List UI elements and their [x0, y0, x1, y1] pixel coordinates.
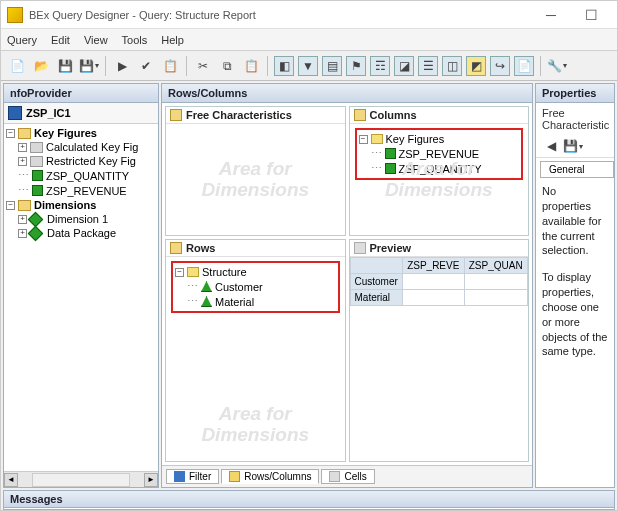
- kf-revenue-label: ZSP_REVENUE: [46, 185, 127, 197]
- copy-icon[interactable]: ⧉: [217, 56, 237, 76]
- col-keyfigures[interactable]: − Key Figures: [359, 132, 520, 146]
- save-dropdown-icon[interactable]: 💾: [79, 56, 99, 76]
- properties-icon[interactable]: 📋: [160, 56, 180, 76]
- menu-tools[interactable]: Tools: [122, 34, 148, 46]
- tree-dim2[interactable]: + Data Package: [6, 226, 156, 240]
- rowscolumns-panel: Rows/Columns Free Characteristics Area f…: [161, 83, 533, 488]
- messages-header: Messages: [4, 491, 614, 508]
- properties-header: Properties: [536, 84, 614, 103]
- collapse-icon[interactable]: −: [175, 268, 184, 277]
- prop-save-icon[interactable]: 💾: [564, 137, 582, 155]
- cube-icon: [8, 106, 22, 120]
- free-char-label: Free Characteristics: [186, 109, 292, 121]
- area-icon: [354, 109, 366, 121]
- filter-icon: [174, 471, 185, 482]
- columns-highlight: − Key Figures ⋯ ZSP_REVENUE ⋯ ZSP: [355, 128, 524, 180]
- free-characteristics-area[interactable]: Free Characteristics Area forDimensions: [165, 106, 346, 236]
- structure-icon: [371, 134, 383, 144]
- expand-icon[interactable]: +: [18, 229, 27, 238]
- rows-area[interactable]: Rows Area forDimensions − Structure ⋯: [165, 239, 346, 462]
- properties-note2: To display properties, choose one or mor…: [536, 264, 614, 365]
- cube-name: ZSP_IC1: [26, 107, 71, 119]
- menu-view[interactable]: View: [84, 34, 108, 46]
- col-kf-revenue[interactable]: ⋯ ZSP_REVENUE: [359, 146, 520, 161]
- rowscols-icon[interactable]: ▤: [322, 56, 342, 76]
- execute-icon[interactable]: ▶: [112, 56, 132, 76]
- col-kf1-label: ZSP_REVENUE: [399, 148, 480, 160]
- properties-section: Free Characteristic: [536, 103, 614, 135]
- maximize-button[interactable]: ☐: [571, 7, 611, 23]
- prop-back-icon[interactable]: ◀: [542, 137, 560, 155]
- keyfigure-icon: [385, 148, 396, 159]
- cells-icon[interactable]: ⚑: [346, 56, 366, 76]
- dim2-label: Data Package: [47, 227, 116, 239]
- keyfigure-icon: [32, 170, 43, 181]
- tree-restr-kf[interactable]: + Restricted Key Fig: [6, 154, 156, 168]
- menu-edit[interactable]: Edit: [51, 34, 70, 46]
- tree-calc-kf[interactable]: + Calculated Key Fig: [6, 140, 156, 154]
- conditions-icon[interactable]: ☶: [370, 56, 390, 76]
- paste-icon[interactable]: 📋: [241, 56, 261, 76]
- infoprovider-panel: nfoProvider ZSP_IC1 − Key Figures + Calc…: [3, 83, 159, 488]
- cut-icon[interactable]: ✂: [193, 56, 213, 76]
- folder-icon: [18, 128, 31, 139]
- scroll-left-icon[interactable]: ◄: [4, 473, 18, 487]
- menu-query[interactable]: Query: [7, 34, 37, 46]
- columns-area[interactable]: Columns Area forDimensions − Key Figures…: [349, 106, 530, 236]
- collapse-icon[interactable]: −: [6, 129, 15, 138]
- tree-keyfigures[interactable]: − Key Figures: [6, 126, 156, 140]
- messages-icon[interactable]: ◩: [466, 56, 486, 76]
- cube-row[interactable]: ZSP_IC1: [4, 103, 158, 124]
- tab-cells[interactable]: Cells: [321, 469, 374, 484]
- tree-dimensions[interactable]: − Dimensions: [6, 198, 156, 212]
- collapse-icon[interactable]: −: [6, 201, 15, 210]
- preview-row2: Material: [350, 290, 403, 306]
- cells-icon: [329, 471, 340, 482]
- collapse-icon[interactable]: −: [359, 135, 368, 144]
- folder-icon: [30, 142, 43, 153]
- expand-icon[interactable]: +: [18, 215, 27, 224]
- infoprovider-icon[interactable]: ◧: [274, 56, 294, 76]
- horizontal-scrollbar[interactable]: ◄ ►: [4, 471, 158, 487]
- filter-icon[interactable]: ▼: [298, 56, 318, 76]
- row-structure[interactable]: − Structure: [175, 265, 336, 279]
- mid-tabs: Filter Rows/Columns Cells: [162, 465, 532, 487]
- properties-panel: Properties Free Characteristic ◀ 💾 Gener…: [535, 83, 615, 488]
- exceptions-icon[interactable]: ◪: [394, 56, 414, 76]
- minimize-button[interactable]: ─: [531, 7, 571, 23]
- save-icon[interactable]: 💾: [55, 56, 75, 76]
- properties-panel-icon[interactable]: ☰: [418, 56, 438, 76]
- scroll-right-icon[interactable]: ►: [144, 473, 158, 487]
- col-kf-quantity[interactable]: ⋯ ZSP_QUANTITY: [359, 161, 520, 176]
- row-material[interactable]: ⋯ Material: [175, 294, 336, 309]
- tab-filter[interactable]: Filter: [166, 469, 219, 484]
- row2-label: Material: [215, 296, 254, 308]
- expand-icon[interactable]: +: [18, 157, 27, 166]
- tree-dim1[interactable]: + Dimension 1: [6, 212, 156, 226]
- documents-icon[interactable]: 📄: [514, 56, 534, 76]
- expand-icon[interactable]: +: [18, 143, 27, 152]
- tasks-icon[interactable]: ◫: [442, 56, 462, 76]
- col-kf-label: Key Figures: [386, 133, 445, 145]
- rowscols-icon: [229, 471, 240, 482]
- new-icon[interactable]: 📄: [7, 56, 27, 76]
- technames-icon[interactable]: 🔧: [547, 56, 567, 76]
- structure-icon: [187, 267, 199, 277]
- columns-label: Columns: [370, 109, 417, 121]
- preview-corner: [350, 258, 403, 274]
- whereused-icon[interactable]: ↪: [490, 56, 510, 76]
- preview-table: ZSP_REVE ZSP_QUAN Customer Material: [350, 257, 529, 306]
- folder-icon: [18, 200, 31, 211]
- menu-help[interactable]: Help: [161, 34, 184, 46]
- row1-label: Customer: [215, 281, 263, 293]
- tab-general[interactable]: General: [540, 161, 614, 178]
- row-customer[interactable]: ⋯ Customer: [175, 279, 336, 294]
- restr-kf-label: Restricted Key Fig: [46, 155, 136, 167]
- tree-kf-quantity[interactable]: ⋯ ZSP_QUANTITY: [6, 168, 156, 183]
- tree-kf-revenue[interactable]: ⋯ ZSP_REVENUE: [6, 183, 156, 198]
- tab-rows-columns[interactable]: Rows/Columns: [221, 469, 319, 484]
- area-icon: [170, 109, 182, 121]
- window-title: BEx Query Designer - Query: Structure Re…: [29, 9, 531, 21]
- check-icon[interactable]: ✔: [136, 56, 156, 76]
- open-icon[interactable]: 📂: [31, 56, 51, 76]
